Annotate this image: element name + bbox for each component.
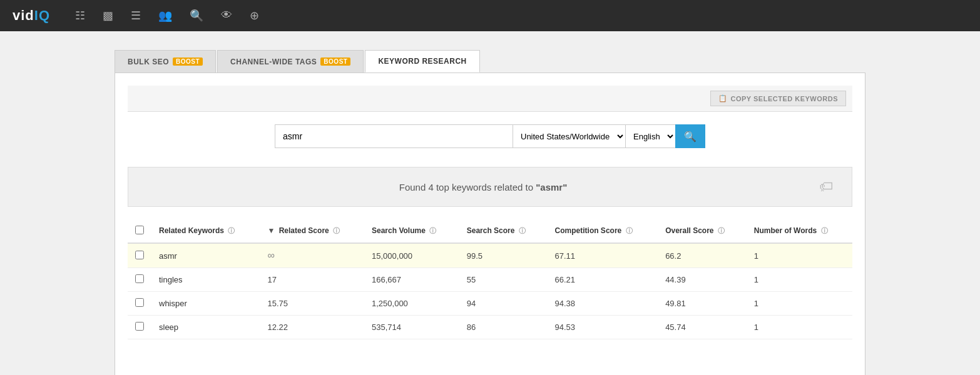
th-search-score: Search Score ⓘ — [459, 219, 548, 243]
num-words-help-icon[interactable]: ⓘ — [821, 227, 828, 234]
results-banner: Found 4 top keywords related to "asmr" 🏷 — [128, 167, 852, 207]
copy-selected-keywords-button[interactable]: 📋 COPY SELECTED KEYWORDS — [710, 91, 846, 106]
row-search-volume: 535,714 — [364, 316, 459, 339]
competition-score-help-icon[interactable]: ⓘ — [626, 227, 633, 234]
search-nav-icon[interactable]: 🔍 — [190, 9, 203, 22]
related-score-value: ∞ — [267, 251, 274, 261]
th-keyword: Related Keywords ⓘ — [151, 219, 260, 243]
th-competition-score: Competition Score ⓘ — [548, 219, 658, 243]
language-select[interactable]: English — [625, 124, 675, 148]
row-overall-score: 44.39 — [658, 268, 747, 292]
search-score-value: 94 — [467, 299, 476, 308]
nav-icons-container: ☷ ▩ ☰ 👥 🔍 👁 ⊕ — [75, 9, 259, 22]
tabs-container: BULK SEO BOOST CHANNEL-WIDE TAGS BOOST K… — [115, 50, 865, 72]
num-words-value: 1 — [754, 299, 758, 308]
th-overall-score-label: Overall Score — [665, 226, 713, 235]
related-score-help-icon[interactable]: ⓘ — [333, 227, 340, 234]
search-volume-value: 1,250,000 — [372, 299, 408, 308]
competition-score-value: 66.21 — [555, 275, 576, 284]
row-related-score: 17 — [260, 268, 364, 292]
select-all-checkbox[interactable] — [135, 226, 144, 234]
main-content: BULK SEO BOOST CHANNEL-WIDE TAGS BOOST K… — [115, 31, 865, 375]
overall-score-value: 66.2 — [665, 251, 681, 261]
logo-iq: IQ — [34, 8, 50, 23]
row-checkbox[interactable] — [135, 322, 144, 331]
keyword-name: tingles — [159, 275, 183, 284]
row-checkbox-cell — [128, 268, 151, 292]
search-button[interactable]: 🔍 — [675, 124, 705, 148]
users-icon[interactable]: 👥 — [158, 9, 172, 22]
tab-channel-wide-tags-label: CHANNEL-WIDE TAGS — [230, 58, 317, 66]
copy-icon: 📋 — [718, 94, 728, 102]
row-overall-score: 66.2 — [658, 243, 747, 268]
row-related-score: ∞ — [260, 243, 364, 268]
competition-score-value: 67.11 — [555, 251, 576, 261]
th-checkbox — [128, 219, 151, 243]
row-num-words: 1 — [747, 243, 852, 268]
row-competition-score: 66.21 — [548, 268, 658, 292]
th-related-score[interactable]: ▼ Related Score ⓘ — [260, 219, 364, 243]
th-num-words: Number of Words ⓘ — [747, 219, 852, 243]
num-words-value: 1 — [754, 251, 758, 261]
row-keyword: asmr — [151, 243, 260, 268]
sort-arrow-icon: ▼ — [267, 226, 275, 235]
row-checkbox-cell — [128, 292, 151, 316]
th-num-words-label: Number of Words — [754, 226, 817, 235]
row-num-words: 1 — [747, 292, 852, 316]
region-select[interactable]: United States/Worldwide — [513, 124, 625, 148]
tab-bulk-seo[interactable]: BULK SEO BOOST — [115, 50, 216, 72]
list-icon[interactable]: ☰ — [131, 9, 141, 22]
th-related-score-label: Related Score — [279, 226, 329, 235]
row-keyword: tingles — [151, 268, 260, 292]
tab-channel-wide-tags-badge: BOOST — [320, 58, 350, 66]
keywords-table: Related Keywords ⓘ ▼ Related Score ⓘ Sea… — [128, 219, 852, 339]
row-overall-score: 45.74 — [658, 316, 747, 339]
tab-keyword-research[interactable]: KEYWORD RESEARCH — [365, 50, 479, 72]
overall-score-value: 45.74 — [665, 322, 686, 332]
row-keyword: sleep — [151, 316, 260, 339]
search-score-value: 86 — [467, 322, 476, 332]
tag-icon: 🏷 — [819, 179, 833, 195]
related-score-value: 15.75 — [267, 299, 288, 308]
logo-vid: vid — [13, 8, 34, 23]
row-search-score: 55 — [459, 268, 548, 292]
plus-icon[interactable]: ⊕ — [250, 9, 259, 22]
th-overall-score: Overall Score ⓘ — [658, 219, 747, 243]
tab-keyword-research-label: KEYWORD RESEARCH — [378, 57, 466, 66]
overall-score-help-icon[interactable]: ⓘ — [718, 227, 725, 234]
tab-channel-wide-tags[interactable]: CHANNEL-WIDE TAGS BOOST — [217, 50, 364, 72]
th-competition-score-label: Competition Score — [555, 226, 622, 235]
search-score-help-icon[interactable]: ⓘ — [519, 227, 526, 234]
th-search-score-label: Search Score — [467, 226, 515, 235]
row-competition-score: 94.38 — [548, 292, 658, 316]
competition-score-value: 94.53 — [555, 322, 576, 332]
row-search-score: 86 — [459, 316, 548, 339]
th-keyword-label: Related Keywords — [159, 226, 224, 235]
row-checkbox[interactable] — [135, 298, 144, 307]
row-checkbox-cell — [128, 316, 151, 339]
row-checkbox[interactable] — [135, 274, 144, 283]
keyword-name: sleep — [159, 322, 178, 332]
row-overall-score: 49.81 — [658, 292, 747, 316]
action-bar: 📋 COPY SELECTED KEYWORDS — [128, 86, 852, 112]
row-search-volume: 15,000,000 — [364, 243, 459, 268]
search-volume-help-icon[interactable]: ⓘ — [429, 227, 436, 234]
related-score-value: 17 — [267, 275, 276, 284]
num-words-value: 1 — [754, 322, 758, 332]
search-score-value: 99.5 — [467, 251, 482, 261]
related-score-value: 12.22 — [267, 322, 288, 332]
bar-chart-icon[interactable]: ☷ — [75, 9, 85, 22]
row-checkbox[interactable] — [135, 251, 144, 259]
keyword-search-input[interactable] — [275, 124, 513, 148]
search-volume-value: 535,714 — [372, 322, 401, 332]
row-competition-score: 67.11 — [548, 243, 658, 268]
row-related-score: 12.22 — [260, 316, 364, 339]
tab-bulk-seo-badge: BOOST — [173, 58, 203, 66]
eye-icon[interactable]: 👁 — [221, 9, 232, 22]
row-num-words: 1 — [747, 268, 852, 292]
keyword-name: whisper — [159, 299, 187, 308]
row-search-volume: 1,250,000 — [364, 292, 459, 316]
keyword-help-icon[interactable]: ⓘ — [228, 227, 235, 234]
row-num-words: 1 — [747, 316, 852, 339]
video-icon[interactable]: ▩ — [103, 9, 113, 22]
